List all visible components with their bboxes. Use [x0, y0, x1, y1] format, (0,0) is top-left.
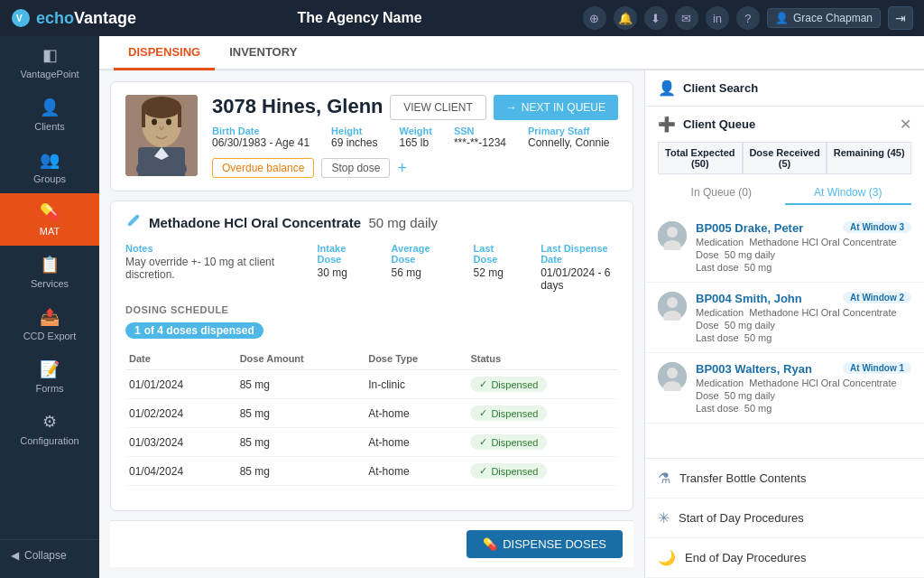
dosing-schedule: DOSING SCHEDULE 1 of 4 doses dispensed D…: [125, 304, 618, 486]
start-of-day-item[interactable]: ✳ Start of Day Procedures: [645, 499, 924, 538]
sidebar-item-configuration[interactable]: ⚙ Configuration: [0, 403, 99, 455]
dose-amount: 85 mg: [236, 428, 365, 457]
med-details: Notes May override +- 10 mg at client di…: [125, 243, 618, 292]
total-expected-value: (50): [691, 158, 709, 169]
client-header-card: 3078 Hines, Glenn VIEW CLIENT → NEXT IN …: [110, 81, 633, 191]
svg-text:V: V: [16, 14, 23, 23]
queue-last-dose: Last dose 50 mg: [696, 332, 911, 343]
queue-last-dose: Last dose 50 mg: [696, 403, 911, 414]
nav-icons-group: ⊕ 🔔 ⬇ ✉ in ? 👤 Grace Chapman ⇥: [583, 6, 913, 30]
dose-received-stat: Dose Received (5): [743, 142, 827, 174]
birth-date-field: Birth Date 06/30/1983 - Age 41: [212, 126, 310, 149]
start-of-day-label: Start of Day Procedures: [679, 511, 804, 525]
client-queue-section: ➕ Client Queue ✕ Total Expected (50) Dos…: [645, 107, 924, 459]
nav-icon-linkedin[interactable]: in: [706, 6, 729, 30]
stop-dose-button[interactable]: Stop dose: [321, 158, 390, 178]
weight-field: Weight 165 lb: [399, 126, 431, 149]
sidebar-item-clients[interactable]: 👤 Clients: [0, 89, 99, 141]
table-row: 01/03/2024 85 mg At-home ✓ Dispensed: [125, 428, 618, 457]
queue-window-badge: At Window 3: [843, 221, 911, 233]
med-header: Methadone HCl Oral Concentrate 50 mg dai…: [125, 212, 618, 232]
overdue-balance-button[interactable]: Overdue balance: [212, 158, 314, 178]
client-actions: Overdue balance Stop dose +: [212, 158, 618, 178]
client-content: 3078 Hines, Glenn VIEW CLIENT → NEXT IN …: [99, 70, 924, 578]
logo-text: echoVantage: [36, 9, 136, 28]
sidebar-label-ccd-export: CCD Export: [23, 331, 77, 341]
medication-section: Methadone HCl Oral Concentrate 50 mg dai…: [110, 200, 633, 511]
client-search-header[interactable]: 👤 Client Search: [645, 70, 924, 106]
queue-item[interactable]: At Window 3 BP005 Drake, Peter Medicatio…: [645, 212, 924, 283]
config-icon: ⚙: [42, 412, 57, 432]
status-badge: ✓ Dispensed: [470, 463, 547, 479]
queue-medication: Medication Methadone HCl Oral Concentrat…: [696, 378, 911, 388]
view-client-button[interactable]: VIEW CLIENT: [390, 95, 486, 120]
content-area: DISPENSING INVENTORY: [99, 36, 924, 578]
dose-type: At-home: [365, 399, 467, 428]
sidebar-label-vantagepoint: VantagePoint: [20, 69, 79, 79]
sidebar-collapse-button[interactable]: ◀ Collapse: [0, 539, 99, 571]
nav-icon-bell[interactable]: 🔔: [614, 6, 637, 30]
tab-inventory[interactable]: INVENTORY: [215, 36, 311, 70]
sidebar-item-groups[interactable]: 👥 Groups: [0, 141, 99, 193]
table-row: 01/04/2024 85 mg At-home ✓ Dispensed: [125, 457, 618, 486]
tab-bar: DISPENSING INVENTORY: [99, 36, 924, 70]
height-field: Height 69 inches: [331, 126, 377, 149]
dispense-doses-button[interactable]: 💊 DISPENSE DOSES: [467, 530, 623, 558]
dose-status: ✓ Dispensed: [467, 399, 618, 428]
next-in-queue-button[interactable]: → NEXT IN QUEUE: [494, 95, 618, 120]
user-menu-button[interactable]: 👤 Grace Chapman: [767, 8, 881, 28]
dose-table: Date Dose Amount Dose Type Status 01/01/…: [125, 348, 618, 486]
app-title: The Agency Name: [297, 10, 421, 26]
dispense-icon: 💊: [483, 537, 497, 551]
sidebar-item-mat[interactable]: 💊 MAT: [0, 193, 99, 246]
client-search-section: 👤 Client Search: [645, 70, 924, 107]
nav-icon-download[interactable]: ⬇: [644, 6, 668, 30]
transfer-bottle-item[interactable]: ⚗ Transfer Bottle Contents: [645, 459, 924, 499]
client-queue-close-button[interactable]: ✕: [900, 116, 911, 133]
queue-tab-in-queue[interactable]: In Queue (0): [658, 182, 785, 205]
check-icon: ✓: [479, 465, 487, 477]
sidebar-label-clients: Clients: [34, 121, 65, 132]
client-fields: Birth Date 06/30/1983 - Age 41 Height 69…: [212, 126, 618, 149]
sidebar-item-vantagepoint[interactable]: ◧ VantagePoint: [0, 36, 99, 89]
user-icon: 👤: [775, 12, 789, 24]
sidebar-item-services[interactable]: 📋 Services: [0, 246, 99, 298]
queue-info: At Window 2 BP004 Smith, John Medication…: [696, 292, 911, 343]
queue-avatar: [658, 292, 687, 321]
queue-client-name: BP004 Smith, John: [696, 292, 802, 305]
queue-stats-header: Total Expected (50) Dose Received (5) Re…: [645, 142, 924, 212]
client-search-title: Client Search: [683, 81, 758, 95]
dose-date: 01/01/2024: [125, 370, 236, 399]
nav-icon-mail[interactable]: ✉: [675, 6, 698, 30]
svg-point-7: [152, 119, 157, 126]
queue-item-name-row: At Window 3 BP005 Drake, Peter: [696, 221, 911, 235]
sidebar-label-forms: Forms: [35, 383, 63, 394]
dispense-footer: 💊 DISPENSE DOSES: [110, 520, 633, 567]
queue-tab-at-window[interactable]: At Window (3): [785, 182, 912, 205]
tab-dispensing[interactable]: DISPENSING: [114, 36, 215, 70]
dose-status: ✓ Dispensed: [467, 370, 618, 399]
queue-item[interactable]: At Window 1 BP003 Walters, Ryan Medicati…: [645, 353, 924, 424]
queue-client-name: BP003 Walters, Ryan: [696, 362, 812, 376]
sidebar-item-ccd-export[interactable]: 📤 CCD Export: [0, 298, 99, 350]
queue-dose: Dose 50 mg daily: [696, 390, 911, 401]
queue-last-dose: Last dose 50 mg: [696, 262, 911, 273]
queue-avatar: [658, 362, 687, 391]
end-of-day-item[interactable]: 🌙 End of Day Procedures: [645, 538, 924, 578]
nav-icon-1[interactable]: ⊕: [583, 6, 606, 30]
queue-list: At Window 3 BP005 Drake, Peter Medicatio…: [645, 212, 924, 458]
dose-status: ✓ Dispensed: [467, 457, 618, 486]
logout-button[interactable]: ⇥: [888, 6, 913, 30]
queue-item[interactable]: At Window 2 BP004 Smith, John Medication…: [645, 283, 924, 353]
ssn-field: SSN ***-**-1234: [454, 126, 506, 149]
collapse-icon: ◀: [11, 549, 19, 562]
add-action-button[interactable]: +: [397, 159, 407, 178]
medication-icon: [125, 212, 142, 232]
nav-icon-help[interactable]: ?: [736, 6, 760, 30]
sidebar-item-forms[interactable]: 📝 Forms: [0, 350, 99, 403]
check-icon: ✓: [479, 407, 487, 419]
queue-info: At Window 3 BP005 Drake, Peter Medicatio…: [696, 221, 911, 273]
status-badge: ✓ Dispensed: [470, 377, 547, 392]
col-status: Status: [467, 348, 618, 370]
app-logo: V echoVantage: [11, 8, 136, 28]
